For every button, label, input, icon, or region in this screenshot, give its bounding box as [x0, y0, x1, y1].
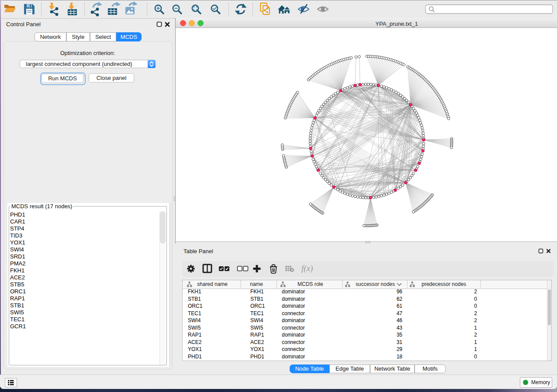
svg-text:f(x): f(x): [301, 264, 313, 273]
